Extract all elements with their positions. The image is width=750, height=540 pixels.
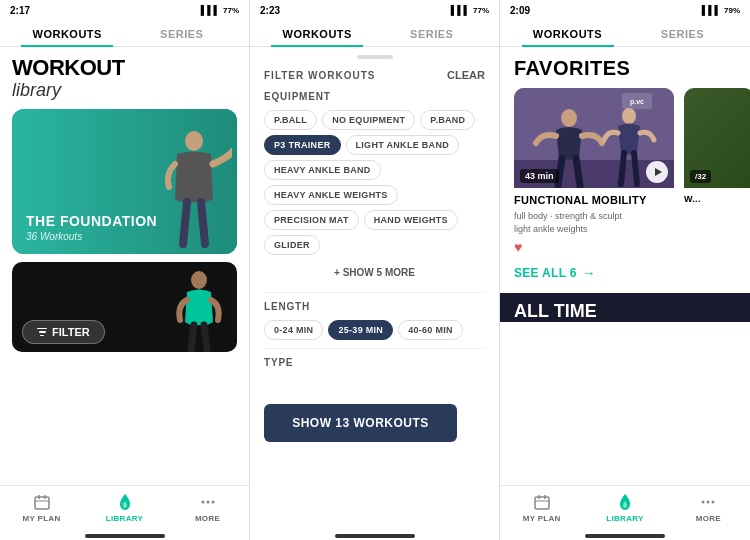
filter-icon [37, 328, 47, 337]
flame-icon-3 [615, 492, 635, 512]
screen3-content: FAVORITES [500, 47, 750, 485]
fav-card-1-desc-2: light ankle weights [514, 223, 674, 236]
fav-card-1-play[interactable] [646, 161, 668, 183]
fav-card-1[interactable]: p.vc 43 min FUNCTIONAL MOBILITY full bod… [514, 88, 674, 257]
chip-heavy-ankle-band[interactable]: HEAVY ANKLE BAND [264, 160, 381, 180]
fav-card-1-desc-1: full body · strength & sculpt [514, 210, 674, 223]
chip-light-ankle[interactable]: LIGHT ANKLE BAND [346, 135, 459, 155]
status-bar-3: 2:09 ▌▌▌ 79% [500, 0, 750, 20]
see-all-button[interactable]: SEE ALL 6 [514, 266, 577, 280]
nav-my-plan-label-1: MY PLAN [23, 514, 61, 523]
tab-series-3[interactable]: SERIES [625, 20, 740, 46]
show-more-button[interactable]: + SHOW 5 MORE [264, 261, 485, 284]
divider-1 [264, 292, 485, 293]
see-all-arrow-icon[interactable]: → [582, 265, 596, 281]
nav-library-3[interactable]: LIBRARY [583, 492, 666, 523]
svg-point-19 [702, 501, 705, 504]
chip-glider[interactable]: GLIDER [264, 235, 320, 255]
chip-25-39min[interactable]: 25-39 MIN [328, 320, 393, 340]
nav-more-label-3: MORE [696, 514, 721, 523]
all-time-section: ALL TIME [500, 293, 750, 322]
status-time-2: 2:23 [260, 5, 280, 16]
nav-library-label-3: LIBRARY [606, 514, 643, 523]
calendar-icon [32, 492, 52, 512]
fav-card-1-image: p.vc 43 min [514, 88, 674, 188]
hero-card-subtitle: 36 Workouts [26, 231, 157, 242]
chip-p3trainer[interactable]: P3 TRAINER [264, 135, 341, 155]
tab-workouts-2[interactable]: WORKOUTS [260, 20, 375, 46]
status-icons-3: ▌▌▌ 79% [702, 5, 740, 15]
workout-subtitle: library [12, 80, 237, 101]
tab-workouts-1[interactable]: WORKOUTS [10, 20, 125, 46]
nav-library-1[interactable]: LIBRARY [83, 492, 166, 523]
status-bar-1: 2:17 ▌▌▌ 77% [0, 0, 249, 20]
nav-library-label-1: LIBRARY [106, 514, 143, 523]
status-icons-2: ▌▌▌ 77% [451, 5, 489, 15]
chip-precision-mat[interactable]: PRECISION MAT [264, 210, 359, 230]
chip-0-24min[interactable]: 0-24 MIN [264, 320, 323, 340]
length-chips: 0-24 MIN 25-39 MIN 40-60 MIN [264, 320, 485, 340]
more-icon-1 [198, 492, 218, 512]
chip-no-equipment[interactable]: NO EQUIPMENT [322, 110, 415, 130]
nav-my-plan-label-3: MY PLAN [523, 514, 561, 523]
flame-icon-1 [115, 492, 135, 512]
chip-40-60min[interactable]: 40-60 MIN [398, 320, 463, 340]
favorites-header: FAVORITES [500, 47, 750, 88]
second-card[interactable]: FILTER [12, 262, 237, 352]
hero-person-figure [157, 129, 232, 254]
tabs-2: WORKOUTS SERIES [250, 20, 499, 47]
screen-workout-library: 2:17 ▌▌▌ 77% WORKOUTS SERIES WORKOUT lib… [0, 0, 250, 540]
equipment-section-title: EQUIPMENT [264, 91, 485, 102]
fav-card-1-duration: 43 min [520, 169, 559, 183]
nav-more-3[interactable]: MORE [667, 492, 750, 523]
fav-card-2-duration: /32 [690, 170, 711, 183]
chip-heavy-ankle-weights[interactable]: HEAVY ANKLE WEIGHTS [264, 185, 398, 205]
svg-point-8 [211, 501, 214, 504]
type-section-title: TYPE [264, 357, 485, 368]
tab-series-1[interactable]: SERIES [125, 20, 240, 46]
svg-rect-2 [35, 497, 49, 509]
type-chips-partial [264, 376, 485, 396]
home-indicator-3 [500, 531, 750, 540]
home-indicator-1 [0, 531, 249, 540]
sheet-handle [357, 55, 393, 59]
nav-more-1[interactable]: MORE [166, 492, 249, 523]
favorites-cards-row: p.vc 43 min FUNCTIONAL MOBILITY full bod… [500, 88, 750, 257]
nav-my-plan-1[interactable]: MY PLAN [0, 492, 83, 523]
screen-favorites: 2:09 ▌▌▌ 79% WORKOUTS SERIES FAVORITES [500, 0, 750, 540]
tab-series-2[interactable]: SERIES [375, 20, 490, 46]
all-time-title: ALL TIME [514, 301, 736, 322]
fav-card-1-bg: p.vc 43 min [514, 88, 674, 188]
fav-card-2[interactable]: /32 W... [684, 88, 750, 257]
home-indicator-2 [250, 531, 499, 540]
filter-sheet: FILTER WORKOUTS CLEAR EQUIPMENT P.BALL N… [250, 47, 499, 531]
filter-header-title: FILTER WORKOUTS [264, 70, 375, 81]
nav-my-plan-3[interactable]: MY PLAN [500, 492, 583, 523]
filter-button[interactable]: FILTER [22, 320, 105, 344]
chip-hand-weights[interactable]: HAND WEIGHTS [364, 210, 458, 230]
fav-card-2-body: W... [684, 188, 750, 210]
nav-more-label-1: MORE [195, 514, 220, 523]
tabs-1: WORKOUTS SERIES [0, 20, 249, 47]
chip-pball[interactable]: P.BALL [264, 110, 317, 130]
fav-card-2-title: W... [684, 194, 750, 205]
svg-point-6 [201, 501, 204, 504]
show-workouts-button[interactable]: SHOW 13 WORKOUTS [264, 404, 457, 442]
clear-button[interactable]: CLEAR [447, 69, 485, 81]
svg-point-11 [561, 109, 577, 127]
svg-point-20 [707, 501, 710, 504]
svg-point-0 [185, 131, 203, 151]
tab-workouts-3[interactable]: WORKOUTS [510, 20, 625, 46]
filter-header: FILTER WORKOUTS CLEAR [264, 69, 485, 81]
divider-2 [264, 348, 485, 349]
status-time-3: 2:09 [510, 5, 530, 16]
length-section-title: LENGTH [264, 301, 485, 312]
svg-point-1 [191, 271, 207, 289]
play-icon-1 [655, 168, 662, 176]
heart-icon: ♥ [514, 239, 674, 255]
chip-pband[interactable]: P.BAND [420, 110, 475, 130]
more-icon-3 [698, 492, 718, 512]
hero-card-title: THE FOUNDATION [26, 214, 157, 229]
bottom-nav-3: MY PLAN LIBRARY MORE [500, 485, 750, 531]
hero-card[interactable]: THE FOUNDATION 36 Workouts [12, 109, 237, 254]
